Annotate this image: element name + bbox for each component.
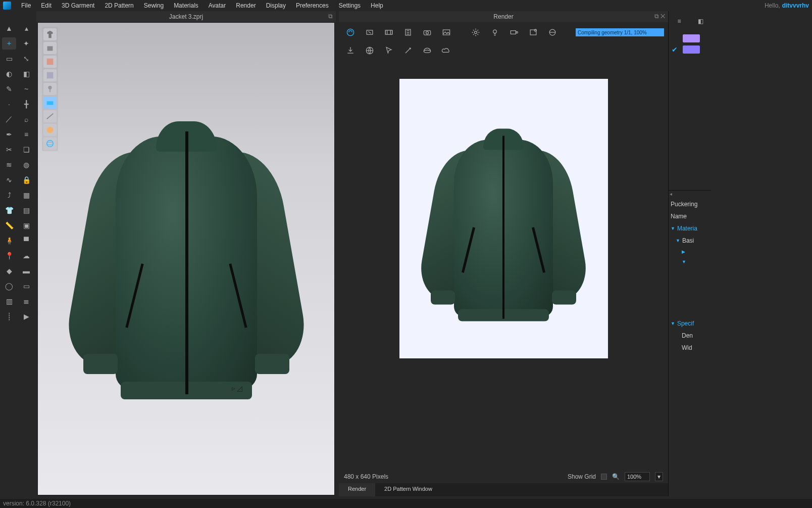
measure-tool[interactable]: 📏 — [2, 219, 16, 232]
menu-3d-garment[interactable]: 3D Garment — [57, 1, 99, 11]
zoom-dropdown-icon[interactable]: ▾ — [655, 472, 663, 481]
render-cloud-icon[interactable] — [439, 43, 454, 58]
layer-visible-icon[interactable]: ✔ — [672, 45, 680, 54]
render-export-settings-icon[interactable] — [526, 25, 541, 40]
render-cursor-icon[interactable] — [381, 43, 396, 58]
pin-tool[interactable]: 📍 — [2, 250, 16, 262]
move-tool[interactable]: ＋ — [2, 37, 16, 50]
layer-row[interactable] — [672, 34, 708, 42]
lasso-tool[interactable]: ◐ — [2, 68, 16, 80]
prop-puckering[interactable]: Puckering — [671, 201, 709, 208]
topstitch-tool[interactable]: ┊ — [2, 310, 16, 322]
viewport-3d[interactable]: ▹ ◿ — [37, 22, 335, 495]
layer-swatch[interactable] — [683, 45, 700, 54]
undock-icon[interactable]: ⧉ — [328, 13, 333, 20]
steam-tool[interactable]: ☁ — [19, 250, 33, 262]
render-final-icon[interactable] — [362, 25, 377, 40]
garment-fit-tool[interactable]: 👕 — [2, 204, 16, 216]
fold-tool[interactable]: ⤴ — [2, 189, 16, 201]
graphic-tool[interactable]: ▤ — [19, 204, 33, 216]
layer-swatch[interactable] — [683, 34, 700, 42]
simulate-tool[interactable]: ▶ — [19, 310, 33, 322]
free-sewing-tool[interactable]: ∿ — [2, 174, 16, 186]
mode-arrangement-icon[interactable] — [43, 69, 57, 81]
menu-2d-pattern[interactable]: 2D Pattern — [99, 1, 138, 11]
menu-avatar[interactable]: Avatar — [204, 1, 231, 11]
globe-tool[interactable]: ◍ — [19, 159, 33, 171]
texture-tool[interactable]: ▦ — [19, 189, 33, 201]
sewing-tool[interactable]: ≋ — [2, 159, 16, 171]
render-undock-icon[interactable]: ⧉ ✕ — [654, 13, 665, 20]
tab-render[interactable]: Render — [339, 483, 375, 496]
transform-tool[interactable]: ⤡ — [19, 53, 33, 65]
prop-basic[interactable]: Basi — [682, 237, 694, 244]
render-settings-icon[interactable] — [468, 25, 483, 40]
zipper-tool[interactable]: ▥ — [2, 295, 16, 307]
smooth-tool[interactable]: ~ — [19, 83, 33, 95]
menu-preferences[interactable]: Preferences — [291, 1, 334, 11]
menu-help[interactable]: Help — [366, 1, 388, 11]
piping-tool[interactable]: ▭ — [19, 280, 33, 292]
list-view-icon[interactable]: ≡ — [674, 16, 685, 27]
render-snapshot-icon[interactable] — [420, 25, 435, 40]
arrange-tool[interactable]: ◧ — [19, 68, 33, 80]
mode-texture-surface-icon[interactable] — [43, 56, 57, 68]
avatar-tape-tool[interactable]: 🧍 — [2, 235, 16, 247]
gizmo-tool[interactable]: ✦ — [19, 37, 33, 50]
prop-specific[interactable]: Specif — [677, 320, 694, 327]
scissors-tool[interactable]: ✂ — [2, 144, 16, 156]
mode-globe-icon[interactable] — [43, 137, 57, 150]
menu-render[interactable]: Render — [231, 1, 261, 11]
add-segment-tool[interactable]: ╋ — [19, 98, 33, 110]
layer-visible-icon[interactable] — [672, 34, 680, 42]
edit-pattern-tool[interactable]: ✎ — [2, 83, 16, 95]
mode-avatar-skin-icon[interactable] — [43, 124, 57, 136]
thumbnail-view-icon[interactable]: ◧ — [695, 16, 706, 27]
layer-row[interactable]: ✔ — [672, 45, 708, 54]
prop-density[interactable]: Den — [671, 332, 709, 339]
mode-garment-display-icon[interactable] — [43, 28, 57, 40]
menu-settings[interactable]: Settings — [334, 1, 366, 11]
chevron-down-icon[interactable]: ▼ — [671, 226, 675, 231]
render-world-icon[interactable] — [362, 43, 377, 58]
pen-tool[interactable]: ✒ — [2, 128, 16, 141]
menu-file[interactable]: File — [16, 1, 36, 11]
prop-name[interactable]: Name — [671, 213, 709, 220]
prop-width[interactable]: Wid — [671, 344, 709, 351]
mode-pin-icon[interactable] — [43, 83, 57, 95]
render-light-icon[interactable] — [487, 25, 502, 40]
render-stage[interactable] — [339, 59, 668, 470]
tack-tool[interactable]: ◆ — [2, 265, 16, 277]
chevron-down-icon[interactable]: ▼ — [676, 238, 680, 243]
pleat-tool[interactable]: ≣ — [19, 295, 33, 307]
menu-materials[interactable]: Materials — [169, 1, 204, 11]
show-grid-checkbox[interactable] — [601, 474, 607, 480]
zoom-input[interactable] — [625, 472, 650, 481]
grading-tool[interactable]: ▀ — [19, 235, 33, 247]
render-needle-icon[interactable] — [400, 43, 416, 58]
mode-stress-map-icon[interactable] — [43, 110, 57, 122]
render-turntable-icon[interactable] — [400, 25, 416, 40]
mode-shade-icon[interactable] — [43, 97, 57, 109]
layer-tool[interactable]: ❏ — [19, 144, 33, 156]
mode-avatar-display-icon[interactable] — [43, 42, 57, 54]
add-point-tool[interactable]: · — [2, 98, 16, 110]
select-mesh-tool[interactable]: ▴ — [19, 22, 33, 34]
username[interactable]: ditvvvrhv — [782, 2, 809, 9]
select-tool[interactable]: ▲ — [2, 22, 16, 34]
tab-2d-pattern-window[interactable]: 2D Pattern Window — [375, 483, 441, 496]
render-env-icon[interactable] — [545, 25, 560, 40]
chevron-down-icon[interactable]: ▼ — [682, 259, 686, 264]
menu-edit[interactable]: Edit — [36, 1, 57, 11]
lock-tool[interactable]: 🔒 — [19, 174, 33, 186]
prop-material[interactable]: Materia — [677, 225, 697, 232]
bond-tool[interactable]: ▬ — [19, 265, 33, 277]
seam-allowance-tool[interactable]: ≡ — [19, 128, 33, 141]
print-layout-tool[interactable]: ▣ — [19, 219, 33, 232]
chevron-down-icon[interactable]: ▼ — [671, 321, 675, 326]
render-sync-icon[interactable] — [343, 25, 358, 40]
menu-display[interactable]: Display — [261, 1, 291, 11]
chevron-right-icon[interactable]: ▶ — [682, 249, 685, 254]
rect-select-tool[interactable]: ▭ — [2, 53, 16, 65]
internal-line-tool[interactable]: ／ — [2, 113, 16, 125]
